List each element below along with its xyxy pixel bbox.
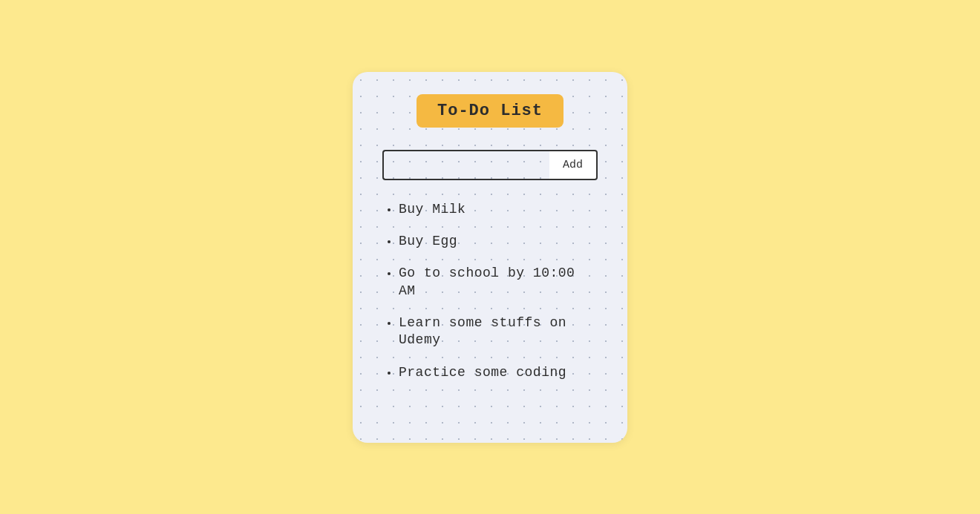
list-item: Learn some stuffs on Udemy [399,314,598,349]
card-title: To-Do List [416,94,564,128]
task-input[interactable] [382,150,549,180]
list-item: Buy Egg [399,233,598,250]
input-row: Add [382,150,598,180]
list-item: Buy Milk [399,201,598,218]
todo-card: To-Do List Add Buy Milk Buy Egg Go to sc… [353,72,627,443]
add-button[interactable]: Add [549,150,598,180]
todo-list: Buy Milk Buy Egg Go to school by 10:00 A… [382,201,598,382]
list-item: Practice some coding [399,364,598,381]
list-item: Go to school by 10:00 AM [399,265,598,300]
